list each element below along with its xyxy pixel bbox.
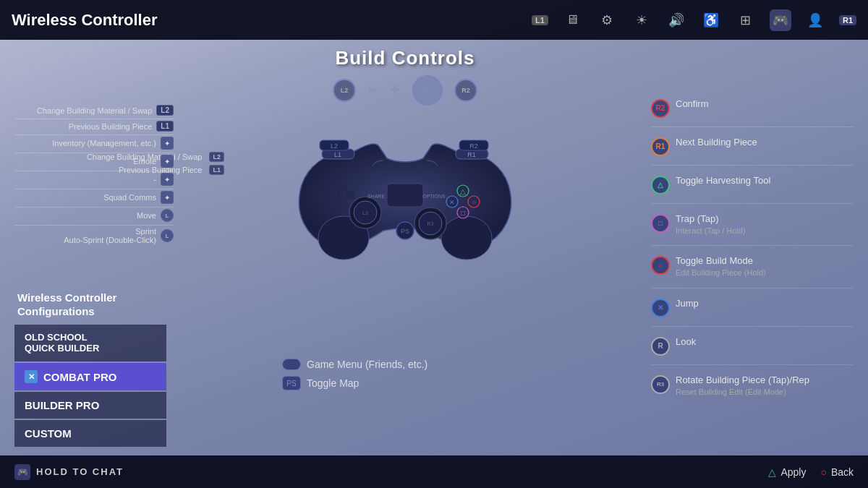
circle-button: ○ <box>412 75 443 106</box>
volume-icon[interactable]: 🔊 <box>665 9 687 31</box>
controller-svg: L1 R1 L2 R2 <box>289 111 521 270</box>
page-title: Wireless Controller <box>12 11 517 30</box>
svg-rect-15 <box>331 191 340 200</box>
l2-button: L2 <box>333 79 356 102</box>
config-section-label: Wireless Controller Configurations <box>14 291 166 319</box>
left-ctrl-move: Move L <box>14 209 174 222</box>
right-action-rotate: R3 Rotate Building Piece (Tap)/Rep Reset… <box>651 371 854 401</box>
left-ctrl-dash: - ✦ <box>14 173 174 186</box>
right-action-trap: □ Trap (Tap) Interact (Tap / Hold) <box>651 210 854 240</box>
gamepad-icon[interactable]: 🎮 <box>770 9 791 31</box>
touchpad-icon <box>282 359 301 370</box>
center-panel: Build Controls L2 ✂ ✛ ○ R2 <box>166 40 644 455</box>
svg-rect-14 <box>339 184 347 192</box>
game-menu-label: Game Menu (Friends, etc.) <box>282 359 427 370</box>
divider <box>651 364 854 365</box>
controller-diagram: L1 R1 L2 R2 <box>289 111 521 270</box>
bottom-bar: 🎮 HOLD TO CHAT △ Apply ○ Back <box>0 455 868 488</box>
left-ctrl-sprint: SprintAuto-Sprint (Double-Click) L <box>14 227 174 244</box>
bottom-right-area: △ Apply ○ Back <box>768 466 854 478</box>
svg-text:R3: R3 <box>427 221 434 226</box>
square-badge: □ <box>651 214 670 233</box>
right-action-confirm: R2 Confirm <box>651 95 854 121</box>
svg-rect-17 <box>339 198 347 207</box>
chat-icon: 🎮 <box>14 464 30 480</box>
toggle-map-label: PS Toggle Map <box>282 376 427 390</box>
triangle-icon: △ <box>768 466 776 478</box>
config-item-old-school[interactable]: OLD SCHOOLQUICK BUILDER <box>14 325 166 361</box>
config-item-combat-pro[interactable]: ✕ COMBAT PRO <box>14 363 166 390</box>
l1-badge[interactable]: L1 <box>532 15 548 25</box>
right-action-toggle-build: ○ Toggle Build Mode Edit Building Piece … <box>651 252 854 282</box>
user-icon[interactable]: 👤 <box>804 9 826 31</box>
scissors-icon-area: ✂ <box>367 82 378 98</box>
left-ctrl-inventory: Inventory (Management, etc.) ✦ <box>14 137 174 150</box>
apply-action[interactable]: △ Apply <box>768 466 806 478</box>
ps-button-icon: PS <box>282 376 301 390</box>
crosshair-icon: ✛ <box>390 82 401 98</box>
svg-text:L1: L1 <box>334 151 341 158</box>
monitor-icon[interactable]: 🖥 <box>561 9 583 31</box>
divider <box>651 326 854 327</box>
svg-text:PS: PS <box>401 228 409 235</box>
divider <box>651 165 854 166</box>
svg-text:L2: L2 <box>331 142 338 150</box>
divider <box>651 127 854 127</box>
divider <box>651 203 854 204</box>
right-action-look: R Look <box>651 333 854 359</box>
svg-text:R1: R1 <box>467 151 476 158</box>
sun-icon[interactable]: ☀ <box>631 9 652 31</box>
grid-icon[interactable]: ⊞ <box>735 9 757 31</box>
confirm-label: Confirm <box>676 98 709 111</box>
svg-text:□: □ <box>461 209 465 217</box>
config-list: OLD SCHOOLQUICK BUILDER ✕ COMBAT PRO BUI… <box>14 325 166 448</box>
left-ctrl-squad-comms: Squad Comms ✦ <box>14 191 174 204</box>
scissors-icon: ✂ <box>367 82 378 98</box>
triangle-badge: △ <box>651 176 670 194</box>
r-stick-badge: R3 <box>651 375 670 394</box>
svg-text:L3: L3 <box>362 210 368 215</box>
svg-text:△: △ <box>460 187 466 195</box>
bottom-center-labels: Game Menu (Friends, etc.) PS Toggle Map <box>282 359 427 390</box>
svg-text:○: ○ <box>472 198 476 206</box>
svg-text:OPTIONS: OPTIONS <box>422 194 446 199</box>
top-icons: L1 🖥 ⚙ ☀ 🔊 ♿ ⊞ 🎮 👤 R1 <box>532 9 856 31</box>
config-item-label: BUILDER PRO <box>25 399 99 411</box>
cross-badge: ✕ <box>651 299 670 317</box>
back-action[interactable]: ○ Back <box>820 466 854 478</box>
main-content: Wireless Controller Configurations OLD S… <box>0 40 868 455</box>
left-ctrl-change-material: Change Building Material / Swap L2 <box>14 105 174 116</box>
r3-badge: R <box>651 337 670 356</box>
r1-badge: R1 <box>651 137 670 156</box>
build-controls-title: Build Controls <box>335 47 475 69</box>
left-ctrl-emote: Emote ✦ <box>14 155 174 168</box>
top-bar: Wireless Controller L1 🖥 ⚙ ☀ 🔊 ♿ ⊞ 🎮 👤 R… <box>0 0 868 40</box>
top-button-row: L2 ✂ ✛ ○ R2 <box>333 75 477 106</box>
right-action-harvesting: △ Toggle Harvesting Tool <box>651 171 854 197</box>
gear-icon[interactable]: ⚙ <box>596 9 618 31</box>
svg-text:SHARE: SHARE <box>367 194 385 199</box>
config-item-builder-pro[interactable]: BUILDER PRO <box>14 392 166 419</box>
left-ctrl-prev-piece: Previous Building Piece L1 <box>14 121 174 132</box>
bottom-left-area: 🎮 HOLD TO CHAT <box>14 464 768 480</box>
svg-rect-26 <box>387 184 423 207</box>
circle-icon: ○ <box>820 466 826 478</box>
r1-badge[interactable]: R1 <box>839 15 856 25</box>
accessibility-icon[interactable]: ♿ <box>700 9 722 31</box>
left-panel: Wireless Controller Configurations OLD S… <box>0 40 166 455</box>
right-panel: R2 Confirm R1 Next Building Piece △ Togg… <box>644 40 868 455</box>
svg-rect-16 <box>346 191 354 200</box>
apply-label: Apply <box>780 466 806 478</box>
svg-text:R2: R2 <box>469 142 478 150</box>
config-item-label: CUSTOM <box>25 427 72 440</box>
config-item-custom[interactable]: CUSTOM <box>14 420 166 447</box>
config-item-label: COMBAT PRO <box>43 371 116 383</box>
svg-text:✕: ✕ <box>449 199 455 206</box>
left-controls-overlay: Change Building Material / Swap L2 Previ… <box>14 105 174 244</box>
right-action-jump: ✕ Jump <box>651 294 854 320</box>
active-indicator: ✕ <box>25 370 38 383</box>
config-item-label: OLD SCHOOLQUICK BUILDER <box>25 332 99 354</box>
back-label: Back <box>831 466 854 478</box>
divider <box>651 245 854 246</box>
svg-point-1 <box>441 216 492 260</box>
